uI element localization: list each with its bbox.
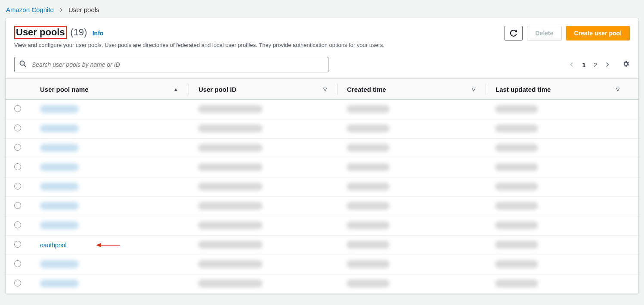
prev-page-button[interactable] bbox=[569, 61, 574, 68]
redacted-value bbox=[198, 124, 263, 132]
column-label-updated: Last updated time bbox=[495, 86, 551, 93]
column-label-name: User pool name bbox=[40, 86, 89, 93]
redacted-value bbox=[495, 221, 538, 229]
redacted-value bbox=[495, 183, 538, 190]
page-1[interactable]: 1 bbox=[582, 61, 585, 68]
redacted-value bbox=[198, 144, 263, 152]
redacted-name bbox=[40, 202, 79, 210]
redacted-value bbox=[198, 202, 263, 210]
main-panel: User pools (19) Info View and configure … bbox=[5, 18, 639, 294]
redacted-value bbox=[347, 183, 390, 190]
redacted-name bbox=[40, 105, 79, 113]
redacted-name bbox=[40, 124, 79, 132]
redacted-value bbox=[347, 241, 390, 249]
redacted-name bbox=[40, 280, 79, 287]
redacted-value bbox=[198, 163, 263, 171]
row-radio[interactable] bbox=[14, 105, 21, 112]
table-body: oauthpool bbox=[6, 100, 638, 294]
row-radio[interactable] bbox=[14, 280, 21, 286]
breadcrumb: Amazon Cognito User pools bbox=[0, 0, 644, 18]
sort-icon: ▽ bbox=[323, 87, 327, 92]
row-radio[interactable] bbox=[14, 241, 21, 248]
column-header-created[interactable]: Created time ▽ bbox=[337, 84, 486, 95]
title-group: User pools (19) Info View and configure … bbox=[14, 26, 384, 49]
table-row[interactable] bbox=[6, 197, 638, 216]
row-radio[interactable] bbox=[14, 202, 21, 209]
settings-button[interactable] bbox=[622, 60, 630, 69]
column-header-updated[interactable]: Last updated time ▽ bbox=[486, 84, 630, 95]
redacted-value bbox=[495, 260, 538, 268]
column-header-id[interactable]: User pool ID ▽ bbox=[189, 84, 337, 95]
panel-header: User pools (19) Info View and configure … bbox=[6, 18, 638, 53]
redacted-name bbox=[40, 260, 79, 268]
table-row[interactable] bbox=[6, 177, 638, 197]
table-row[interactable] bbox=[6, 100, 638, 119]
table-row[interactable] bbox=[6, 216, 638, 236]
refresh-icon bbox=[510, 30, 517, 37]
breadcrumb-root-link[interactable]: Amazon Cognito bbox=[6, 6, 54, 13]
redacted-value bbox=[347, 260, 390, 268]
pagination: 1 2 bbox=[569, 60, 630, 69]
redacted-value bbox=[347, 124, 390, 132]
redacted-value bbox=[347, 221, 390, 229]
redacted-value bbox=[347, 163, 390, 171]
page-title: User pools bbox=[16, 27, 65, 38]
redacted-value bbox=[347, 202, 390, 210]
breadcrumb-current: User pools bbox=[68, 6, 99, 13]
redacted-value bbox=[495, 280, 538, 287]
table-row[interactable] bbox=[6, 119, 638, 139]
sort-icon: ▽ bbox=[472, 87, 475, 92]
redacted-name bbox=[40, 183, 79, 190]
pool-count: (19) bbox=[70, 27, 87, 37]
refresh-button[interactable] bbox=[505, 26, 523, 40]
redacted-value bbox=[198, 280, 263, 287]
pool-name-link[interactable]: oauthpool bbox=[40, 242, 67, 249]
redacted-value bbox=[495, 124, 538, 132]
table-row[interactable] bbox=[6, 139, 638, 158]
search-icon bbox=[19, 60, 26, 69]
page-2[interactable]: 2 bbox=[594, 61, 597, 68]
redacted-value bbox=[347, 105, 390, 113]
table-row[interactable] bbox=[6, 158, 638, 177]
redacted-name bbox=[40, 144, 79, 152]
column-header-name[interactable]: User pool name ▲ bbox=[40, 86, 189, 93]
column-label-id: User pool ID bbox=[198, 86, 236, 93]
table-header: User pool name ▲ User pool ID ▽ Created … bbox=[6, 78, 638, 100]
next-page-button[interactable] bbox=[605, 61, 610, 68]
redacted-name bbox=[40, 163, 79, 171]
sort-asc-icon: ▲ bbox=[173, 87, 178, 92]
header-actions: Delete Create user pool bbox=[505, 26, 630, 40]
redacted-value bbox=[495, 144, 538, 152]
gear-icon bbox=[622, 60, 630, 68]
sort-icon: ▽ bbox=[616, 87, 619, 92]
row-radio[interactable] bbox=[14, 124, 21, 131]
row-radio[interactable] bbox=[14, 144, 21, 151]
redacted-value bbox=[495, 105, 538, 113]
redacted-value bbox=[198, 183, 263, 190]
create-user-pool-button[interactable]: Create user pool bbox=[566, 26, 630, 40]
info-link[interactable]: Info bbox=[93, 30, 104, 37]
redacted-value bbox=[198, 221, 263, 229]
svg-line-1 bbox=[24, 65, 26, 67]
table-row[interactable] bbox=[6, 274, 638, 294]
row-radio[interactable] bbox=[14, 183, 21, 190]
redacted-value bbox=[347, 144, 390, 152]
chevron-right-icon bbox=[605, 61, 610, 68]
delete-button[interactable]: Delete bbox=[527, 26, 561, 40]
row-radio[interactable] bbox=[14, 260, 21, 267]
search-input[interactable] bbox=[14, 57, 328, 72]
arrow-annotation bbox=[96, 242, 120, 249]
redacted-name bbox=[40, 221, 79, 229]
row-radio[interactable] bbox=[14, 221, 21, 228]
page-subtitle: View and configure your user pools. User… bbox=[14, 41, 384, 49]
redacted-value bbox=[495, 163, 538, 171]
column-label-created: Created time bbox=[347, 86, 386, 93]
table-row[interactable] bbox=[6, 255, 638, 274]
redacted-value bbox=[198, 105, 263, 113]
highlight-box: User pools bbox=[14, 26, 67, 39]
redacted-value bbox=[198, 241, 263, 249]
redacted-value bbox=[198, 260, 263, 268]
controls: 1 2 bbox=[6, 53, 638, 78]
row-radio[interactable] bbox=[14, 163, 21, 170]
svg-point-0 bbox=[20, 61, 25, 65]
